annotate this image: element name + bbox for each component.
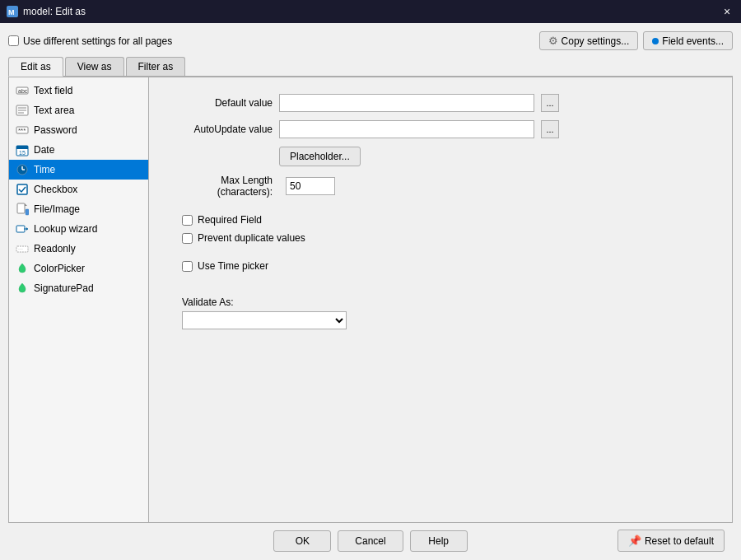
tab-view-as[interactable]: View as (65, 57, 124, 76)
max-length-input[interactable] (286, 177, 335, 195)
sidebar-item-text-area[interactable]: Text area (9, 100, 148, 120)
default-value-ellipsis-button[interactable]: ... (541, 94, 559, 112)
svg-rect-17 (17, 203, 25, 213)
field-events-button[interactable]: Field events... (643, 31, 733, 50)
tabs-bar: Edit as View as Filter as (8, 57, 733, 77)
validate-as-label: Validate As: (182, 296, 707, 308)
max-length-row: Max Length (characters): (174, 175, 707, 198)
default-value-input[interactable] (279, 94, 534, 112)
default-value-row: Default value ... (174, 94, 707, 112)
bottom-center-buttons: OK Cancel Help (273, 530, 467, 552)
use-time-picker-checkbox[interactable] (182, 261, 193, 272)
close-button[interactable]: × (720, 4, 734, 19)
readonly-icon: ··· (16, 242, 29, 255)
svg-marker-22 (26, 227, 28, 231)
max-length-label: Max Length (characters): (174, 175, 273, 198)
sidebar-item-time[interactable]: Time (9, 160, 148, 180)
tab-edit-as[interactable]: Edit as (8, 57, 63, 77)
title-bar: M model: Edit as × (0, 0, 741, 23)
reset-to-default-button[interactable]: 📌 Reset to default (618, 530, 725, 552)
autoupdate-value-ellipsis-button[interactable]: ... (541, 120, 559, 138)
app-icon: M (7, 6, 18, 17)
pin-icon: 📌 (628, 534, 641, 547)
file-image-icon (16, 203, 29, 216)
sidebar-item-checkbox[interactable]: Checkbox (9, 180, 148, 199)
sidebar-item-file-image[interactable]: File/Image (9, 199, 148, 219)
validate-as-section: Validate As: Email URL Number Integer (182, 296, 707, 329)
svg-text:···: ··· (18, 246, 23, 252)
prevent-duplicate-checkbox[interactable] (182, 233, 193, 244)
svg-rect-11 (16, 146, 28, 149)
use-time-picker-row: Use Time picker (182, 260, 707, 272)
gear-icon: ⚙ (548, 35, 558, 47)
title-left: M model: Edit as (7, 6, 86, 17)
top-bar: Use different settings for all pages ⚙ C… (8, 31, 733, 50)
sidebar-item-password[interactable]: *** Password (9, 120, 148, 140)
svg-marker-18 (25, 203, 27, 206)
text-field-icon: abc (16, 84, 29, 97)
date-icon: 15 (16, 143, 29, 156)
use-time-picker-label[interactable]: Use Time picker (198, 260, 268, 272)
cancel-button[interactable]: Cancel (338, 530, 403, 552)
sidebar-item-signature-pad[interactable]: SignaturePad (9, 278, 148, 298)
dot-icon (652, 38, 659, 44)
content-area: abc Text field Text area *** Password 15 (8, 77, 733, 523)
sidebar-item-readonly[interactable]: ··· Readonly (9, 239, 148, 259)
sidebar: abc Text field Text area *** Password 15 (9, 77, 149, 522)
required-field-label[interactable]: Required Field (198, 214, 262, 226)
default-value-label: Default value (174, 97, 273, 109)
title-text: model: Edit as (23, 6, 86, 17)
sidebar-item-text-field[interactable]: abc Text field (9, 81, 148, 100)
main-panel: Default value ... AutoUpdate value ... P… (149, 77, 732, 522)
svg-text:15: 15 (19, 150, 26, 156)
bottom-bar: OK Cancel Help 📌 Reset to default (8, 523, 733, 552)
svg-rect-20 (16, 226, 25, 232)
different-settings-label[interactable]: Use different settings for all pages (8, 35, 172, 47)
checkbox-icon (16, 183, 29, 196)
autoupdate-value-label: AutoUpdate value (174, 124, 273, 135)
svg-rect-16 (17, 184, 27, 194)
svg-text:abc: abc (18, 88, 28, 94)
color-picker-icon (16, 262, 29, 275)
password-icon: *** (16, 124, 29, 137)
lookup-icon (16, 222, 29, 236)
prevent-duplicate-label[interactable]: Prevent duplicate values (198, 232, 305, 244)
sidebar-item-lookup-wizard[interactable]: Lookup wizard (9, 219, 148, 239)
copy-settings-button[interactable]: ⚙ Copy settings... (539, 31, 639, 50)
validate-as-select[interactable]: Email URL Number Integer (182, 311, 347, 329)
different-settings-checkbox[interactable] (8, 35, 19, 46)
svg-text:M: M (8, 8, 15, 16)
ok-button[interactable]: OK (273, 530, 331, 552)
text-area-icon (16, 104, 29, 117)
required-field-checkbox[interactable] (182, 215, 193, 226)
top-buttons: ⚙ Copy settings... Field events... (539, 31, 733, 50)
signature-pad-icon (16, 282, 29, 295)
prevent-duplicate-row: Prevent duplicate values (182, 232, 707, 244)
time-icon (16, 163, 29, 176)
svg-rect-19 (26, 209, 29, 215)
sidebar-item-date[interactable]: 15 Date (9, 140, 148, 160)
sidebar-item-color-picker[interactable]: ColorPicker (9, 259, 148, 278)
required-field-row: Required Field (182, 214, 707, 226)
svg-text:***: *** (18, 127, 26, 134)
placeholder-button[interactable]: Placeholder... (279, 147, 361, 166)
help-button[interactable]: Help (410, 530, 468, 552)
autoupdate-value-input[interactable] (279, 120, 534, 138)
dialog-body: Use different settings for all pages ⚙ C… (0, 23, 741, 560)
tab-filter-as[interactable]: Filter as (126, 57, 186, 76)
autoupdate-value-row: AutoUpdate value ... (174, 120, 707, 138)
